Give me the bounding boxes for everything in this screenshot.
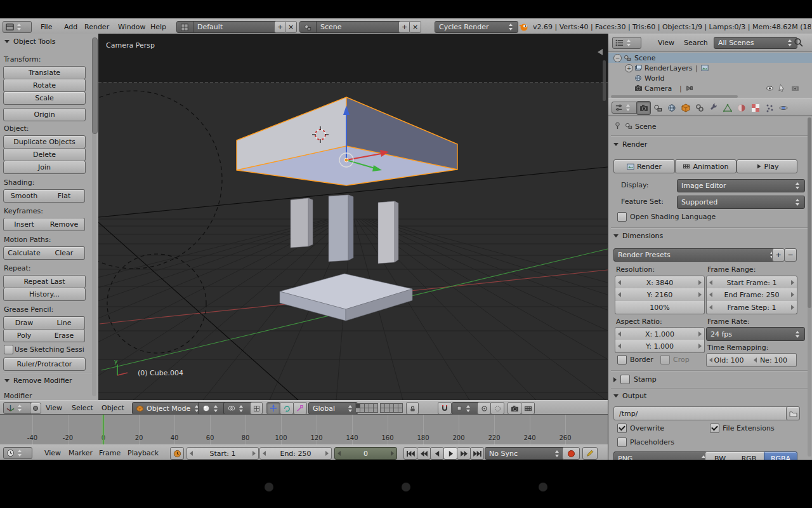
record-autokey-toggle[interactable] xyxy=(562,447,580,460)
frame-rate-dropdown[interactable]: 24 fps xyxy=(706,327,805,341)
insert-keyframe-button[interactable]: Insert xyxy=(3,218,45,231)
editor-type-button[interactable] xyxy=(3,447,32,459)
tab-render[interactable] xyxy=(636,101,651,115)
panel-expand-icon[interactable] xyxy=(613,394,619,398)
timeline-ruler[interactable]: -40 -20 0 20 40 60 80 100 120 140 160 18… xyxy=(0,414,608,445)
border-checkbox[interactable] xyxy=(617,355,627,364)
osl-checkbox[interactable] xyxy=(617,212,627,222)
menu-select[interactable]: Select xyxy=(72,401,93,415)
tab-scene[interactable] xyxy=(650,101,665,115)
menu-playback[interactable]: Playback xyxy=(128,445,159,460)
duplicate-objects-button[interactable]: Duplicate Objects xyxy=(3,135,86,149)
tool-shelf-scrollbar-thumb[interactable] xyxy=(92,37,98,134)
transform-orientation-dropdown[interactable]: Global xyxy=(308,402,358,415)
increment-icon[interactable] xyxy=(791,280,794,285)
gp-line-button[interactable]: Line xyxy=(44,316,85,330)
outliner-row-renderlayers[interactable]: + RenderLayers | xyxy=(608,63,812,73)
manipulator-rotate-toggle[interactable] xyxy=(280,402,294,415)
tool-shelf-scrollbar-track[interactable] xyxy=(92,37,96,396)
menu-view[interactable]: View xyxy=(44,445,61,460)
remove-keyframe-button[interactable]: Remove xyxy=(44,218,85,231)
outliner-row-camera[interactable]: Camera | xyxy=(608,83,812,93)
layer-toggle[interactable] xyxy=(373,408,378,413)
tab-modifiers[interactable] xyxy=(706,101,721,115)
menu-render[interactable]: Render xyxy=(84,19,109,34)
color-rgb-button[interactable]: RGB xyxy=(734,451,764,460)
gp-erase-button[interactable]: Erase xyxy=(44,329,85,342)
render-button[interactable]: Render xyxy=(613,159,675,173)
outliner-scrollbar[interactable] xyxy=(611,95,738,98)
render-toggle-icon[interactable] xyxy=(791,84,799,91)
pillar-object-1[interactable] xyxy=(291,198,313,248)
file-extensions-checkbox[interactable] xyxy=(710,424,719,433)
remove-modifier-panel-header[interactable]: Remove Modifier xyxy=(4,377,72,385)
end-frame-field[interactable]: End Frame: 250 xyxy=(706,288,797,302)
origin-button[interactable]: Origin xyxy=(3,108,86,121)
display-dropdown[interactable]: Image Editor xyxy=(677,179,805,192)
browse-path-button[interactable] xyxy=(786,406,800,420)
editor-type-button[interactable] xyxy=(612,37,641,49)
properties-scrollbar-track[interactable] xyxy=(808,117,811,457)
decrement-icon[interactable] xyxy=(709,292,712,297)
menu-object[interactable]: Object xyxy=(102,401,124,415)
menu-window[interactable]: Window xyxy=(118,19,145,34)
gp-poly-button[interactable]: Poly xyxy=(3,329,45,342)
output-panel-header[interactable]: Output xyxy=(613,392,646,400)
decrement-icon[interactable] xyxy=(709,280,712,285)
tab-world[interactable] xyxy=(664,101,679,115)
lock-to-scene-toggle[interactable] xyxy=(406,402,419,415)
menu-help[interactable]: Help xyxy=(150,19,166,34)
sketching-sessions-checkbox[interactable] xyxy=(4,345,13,354)
pivot-align-toggle[interactable] xyxy=(250,402,263,415)
increment-icon[interactable] xyxy=(791,292,794,297)
current-frame-marker[interactable] xyxy=(103,415,104,445)
collapse-icon[interactable]: − xyxy=(613,54,622,62)
panel-expand-icon[interactable] xyxy=(4,379,10,382)
decrement-icon[interactable] xyxy=(709,358,712,363)
join-button[interactable]: Join xyxy=(3,161,86,174)
tab-texture[interactable] xyxy=(748,101,763,115)
menu-marker[interactable]: Marker xyxy=(69,445,93,460)
aspect-x-field[interactable]: X: 1.000 xyxy=(615,327,705,341)
increment-icon[interactable] xyxy=(252,451,256,456)
placeholders-checkbox[interactable] xyxy=(617,438,627,447)
menu-search[interactable]: Search xyxy=(684,34,708,51)
viewport-canvas[interactable]: y Camera Persp (0) Cube.004 xyxy=(98,34,608,400)
tab-constraints[interactable] xyxy=(692,101,707,115)
panel-expand-icon[interactable] xyxy=(613,143,619,146)
jump-to-end-button[interactable] xyxy=(470,447,484,460)
layer-toggle[interactable] xyxy=(398,408,403,413)
eye-icon[interactable] xyxy=(766,84,774,92)
clear-paths-button[interactable]: Clear xyxy=(44,246,85,260)
remap-new-field[interactable]: Ne: 100 xyxy=(751,353,797,367)
decrement-icon[interactable] xyxy=(618,280,621,285)
output-path-field[interactable]: /tmp/ xyxy=(613,406,791,420)
feature-set-dropdown[interactable]: Supported xyxy=(677,196,805,209)
previous-keyframe-button[interactable] xyxy=(417,447,431,460)
start-frame-field[interactable]: Start Frame: 1 xyxy=(706,276,797,290)
frame-step-field[interactable]: Frame Step: 1 xyxy=(706,301,797,314)
viewport-scrollbar[interactable] xyxy=(603,60,606,101)
render-presets-dropdown[interactable]: Render Presets xyxy=(613,248,780,262)
pillar-object-3[interactable] xyxy=(378,201,398,264)
stamp-panel-header[interactable]: Stamp xyxy=(613,375,657,384)
cursor-arrow-icon[interactable] xyxy=(778,84,786,92)
decrement-icon[interactable] xyxy=(618,344,621,349)
outliner-scope-dropdown[interactable]: All Scenes xyxy=(714,37,797,49)
play-reverse-button[interactable] xyxy=(430,447,444,460)
remap-old-field[interactable]: Old: 100 xyxy=(706,353,752,367)
aspect-y-field[interactable]: Y: 1.000 xyxy=(615,340,705,353)
scene-delete-button[interactable]: × xyxy=(409,21,421,33)
menu-file[interactable]: File xyxy=(41,19,52,34)
image-data-icon[interactable] xyxy=(701,64,709,72)
object-tools-panel-header[interactable]: Object Tools xyxy=(4,37,55,46)
expand-icon[interactable]: + xyxy=(625,64,633,72)
scale-button[interactable]: Scale xyxy=(3,91,86,105)
opengl-render-anim-button[interactable] xyxy=(521,402,535,415)
tab-object[interactable] xyxy=(678,101,693,115)
mode-dropdown[interactable]: Object Mode xyxy=(132,402,204,415)
next-keyframe-button[interactable] xyxy=(457,447,471,460)
crop-checkbox[interactable] xyxy=(660,355,670,364)
properties-scrollbar-thumb[interactable] xyxy=(808,117,811,308)
opengl-render-button[interactable] xyxy=(508,402,521,415)
